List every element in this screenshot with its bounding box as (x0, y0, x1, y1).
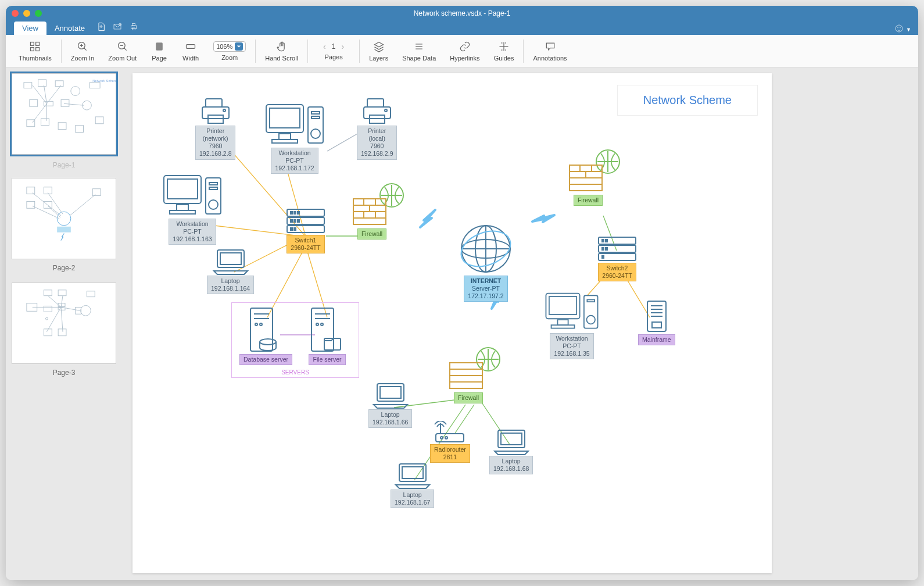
shape-data-button[interactable]: Shape Data (395, 38, 443, 64)
traffic-lights (12, 10, 42, 17)
svg-rect-189 (501, 433, 522, 445)
node-workstation-3[interactable]: WorkstationPC-PT192.168.1.35 (543, 290, 601, 359)
svg-rect-105 (209, 183, 217, 185)
node-firewall-3[interactable]: Firewall (446, 346, 504, 403)
pdf-icon[interactable] (93, 20, 109, 35)
node-file-server[interactable]: File server (307, 306, 348, 365)
svg-point-187 (445, 437, 447, 439)
node-laptop-4[interactable]: Laptop192.168.1.68 (489, 428, 533, 474)
node-laptop-2[interactable]: Laptop192.168.1.66 (368, 381, 412, 428)
svg-rect-148 (606, 240, 607, 242)
svg-line-32 (46, 85, 61, 104)
zoom-page-button[interactable]: Page (144, 38, 175, 64)
node-laptop-1[interactable]: Laptop192.168.1.164 (207, 248, 254, 294)
guides-button[interactable]: Guides (487, 38, 521, 64)
svg-rect-40 (27, 201, 35, 208)
node-printer-network[interactable]: Printer(network)7960192.168.2.8 (195, 97, 235, 160)
thumb-page-2[interactable] (12, 178, 116, 259)
zoom-in-label: Zoom In (71, 55, 94, 62)
pages-label: Pages (325, 53, 343, 60)
svg-rect-43 (57, 227, 71, 233)
node-internet[interactable]: INTERNETServer-PT172.17.197.2 (457, 223, 515, 302)
svg-rect-23 (61, 99, 69, 106)
svg-rect-155 (551, 325, 575, 328)
node-switch-2[interactable]: Switch22960-24TT (596, 235, 638, 281)
svg-rect-112 (298, 212, 299, 214)
chevron-down-icon[interactable]: ▼ (906, 27, 911, 33)
node-firewall-2[interactable]: Firewall (566, 149, 624, 206)
chevron-down-icon[interactable] (235, 42, 243, 51)
zoom-value: 106% (216, 43, 232, 50)
svg-rect-183 (380, 387, 401, 398)
workstation-icon (263, 101, 327, 148)
svg-rect-10 (31, 47, 34, 51)
thumb-page-1[interactable]: Network Scheme (12, 73, 116, 155)
switch-icon (285, 207, 327, 235)
svg-rect-90 (272, 140, 298, 143)
thumbnails-button[interactable]: Thumbnails (12, 38, 59, 64)
svg-rect-93 (311, 112, 320, 114)
zoom-width-button[interactable]: Width (175, 38, 206, 64)
node-printer-local[interactable]: Printer(local)7960192.168.2.9 (357, 97, 397, 160)
node-mainframe[interactable]: Mainframe (638, 299, 675, 345)
node-workstation-2[interactable]: WorkstationPC-PT192.168.1.163 (160, 172, 224, 245)
close-button[interactable] (12, 10, 19, 17)
minimize-button[interactable] (23, 10, 30, 17)
zoom-in-button[interactable]: Zoom In (64, 38, 101, 64)
tab-view[interactable]: View (14, 22, 46, 35)
tab-annotate[interactable]: Annotate (46, 22, 93, 35)
smiley-icon[interactable] (894, 24, 904, 35)
svg-rect-117 (294, 228, 296, 230)
svg-rect-164 (652, 322, 661, 328)
svg-rect-37 (27, 187, 35, 194)
svg-rect-89 (279, 134, 291, 140)
print-icon[interactable] (126, 20, 142, 35)
laptop-icon (489, 428, 533, 456)
laptop-icon (207, 248, 254, 276)
svg-rect-26 (41, 119, 49, 126)
node-radiorouter[interactable]: Radiorouter2811 (430, 421, 470, 463)
svg-point-174 (316, 323, 318, 326)
app-window: Network scheme.vsdx - Page-1 View Annota… (6, 6, 918, 580)
window-title: Network scheme.vsdx - Page-1 (414, 9, 511, 17)
prev-page-button[interactable]: ‹ (323, 42, 326, 51)
svg-rect-116 (291, 228, 292, 230)
annotations-button[interactable]: Annotations (526, 38, 574, 64)
maximize-button[interactable] (35, 10, 42, 17)
zoom-out-label: Zoom Out (108, 55, 137, 62)
zoom-width-label: Width (182, 55, 199, 62)
svg-line-66 (61, 307, 63, 331)
next-page-button[interactable]: › (341, 42, 344, 51)
node-db-server[interactable]: Database server (239, 306, 292, 365)
svg-rect-113 (291, 220, 292, 222)
node-firewall-1[interactable]: Firewall (350, 183, 408, 240)
svg-rect-110 (291, 212, 292, 214)
printer-icon (357, 97, 397, 126)
annotations-label: Annotations (533, 55, 567, 62)
hand-scroll-button[interactable]: Hand Scroll (258, 38, 305, 64)
thumb-1-label: Page-1 (53, 161, 76, 169)
node-laptop-3[interactable]: Laptop192.168.1.67 (391, 462, 434, 508)
canvas-area[interactable]: Network Scheme Printer(network)7960192.1… (122, 67, 918, 580)
svg-rect-49 (44, 290, 52, 296)
mail-icon[interactable] (109, 20, 126, 35)
server-icon (239, 306, 292, 353)
shape-data-label: Shape Data (402, 55, 436, 62)
thumb-page-3[interactable] (12, 283, 116, 364)
svg-rect-119 (220, 253, 241, 265)
svg-point-175 (321, 323, 323, 326)
node-switch-1[interactable]: Switch12960-24TT (285, 207, 327, 253)
zoom-dropdown[interactable]: 106% Zoom (206, 39, 253, 63)
layers-button[interactable]: Layers (362, 38, 395, 64)
svg-line-33 (64, 103, 84, 105)
svg-line-61 (48, 296, 61, 308)
page-canvas[interactable]: Network Scheme Printer(network)7960192.1… (132, 73, 772, 573)
svg-rect-94 (311, 116, 320, 119)
zoom-out-button[interactable]: Zoom Out (101, 38, 144, 64)
svg-point-186 (440, 437, 443, 439)
hyperlinks-button[interactable]: Hyperlinks (443, 38, 486, 64)
svg-rect-15 (187, 44, 195, 48)
hyperlinks-label: Hyperlinks (450, 55, 479, 62)
node-workstation-1[interactable]: WorkstationPC-PT192.168.1.172 (263, 101, 327, 174)
svg-rect-3 (132, 24, 135, 26)
